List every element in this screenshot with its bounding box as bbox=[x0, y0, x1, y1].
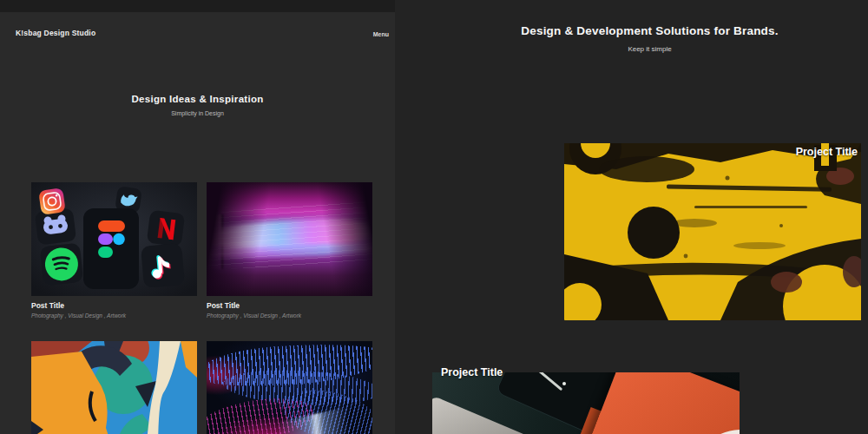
grunge-collage-art bbox=[564, 143, 861, 320]
instagram-icon bbox=[38, 187, 66, 215]
discord-icon bbox=[35, 207, 76, 245]
post-title: Post Title bbox=[31, 301, 197, 310]
menu-button[interactable]: Menu bbox=[373, 31, 389, 37]
post-card-1[interactable]: Post Title Photography , Visual Design ,… bbox=[31, 182, 197, 319]
kisbag-blog-page: K!sbag Design Studio Menu Design Ideas &… bbox=[0, 0, 395, 434]
page-title: Design & Development Solutions for Brand… bbox=[431, 24, 868, 37]
post-image-abstract-mural bbox=[31, 341, 197, 434]
site-logo[interactable]: K!sbag Design Studio bbox=[16, 29, 95, 37]
page-subtitle: Simplicity in Design bbox=[0, 110, 395, 116]
post-card-2[interactable]: Post Title Photography , Visual Design ,… bbox=[207, 182, 372, 319]
spotify-icon bbox=[40, 243, 83, 286]
post-image-social-icons bbox=[31, 182, 197, 296]
top-strip bbox=[0, 0, 395, 12]
brand-solutions-page: Design & Development Solutions for Brand… bbox=[395, 0, 868, 434]
abstract-mural-art bbox=[31, 341, 197, 434]
post-image-neon bbox=[207, 182, 372, 296]
post-image-wave-trails bbox=[207, 341, 372, 434]
left-hero: Design Ideas & Inspiration Simplicity in… bbox=[0, 94, 395, 116]
project-card-2[interactable] bbox=[432, 372, 740, 434]
figma-icon bbox=[83, 208, 139, 289]
social-icons-art bbox=[31, 182, 197, 296]
post-card-3[interactable] bbox=[31, 341, 197, 434]
neon-shade bbox=[207, 182, 372, 296]
netflix-icon bbox=[147, 210, 185, 247]
post-title: Post Title bbox=[207, 301, 372, 310]
project-title: Project Title bbox=[441, 366, 503, 378]
project-card-1[interactable]: Project Title bbox=[564, 143, 861, 320]
post-meta: Photography , Visual Design , Artwork bbox=[207, 312, 372, 319]
page-title: Design Ideas & Inspiration bbox=[0, 94, 395, 104]
posts-grid: Post Title Photography , Visual Design ,… bbox=[31, 182, 373, 434]
right-hero: Design & Development Solutions for Brand… bbox=[431, 24, 868, 53]
tiktok-icon bbox=[141, 243, 185, 288]
highlight-dot bbox=[562, 382, 566, 385]
post-meta: Photography , Visual Design , Artwork bbox=[31, 312, 197, 319]
project-title: Project Title bbox=[796, 146, 858, 158]
white-circle-logo bbox=[674, 414, 740, 434]
page-subtitle: Keep it simple bbox=[431, 45, 868, 53]
post-card-4[interactable] bbox=[207, 341, 372, 434]
